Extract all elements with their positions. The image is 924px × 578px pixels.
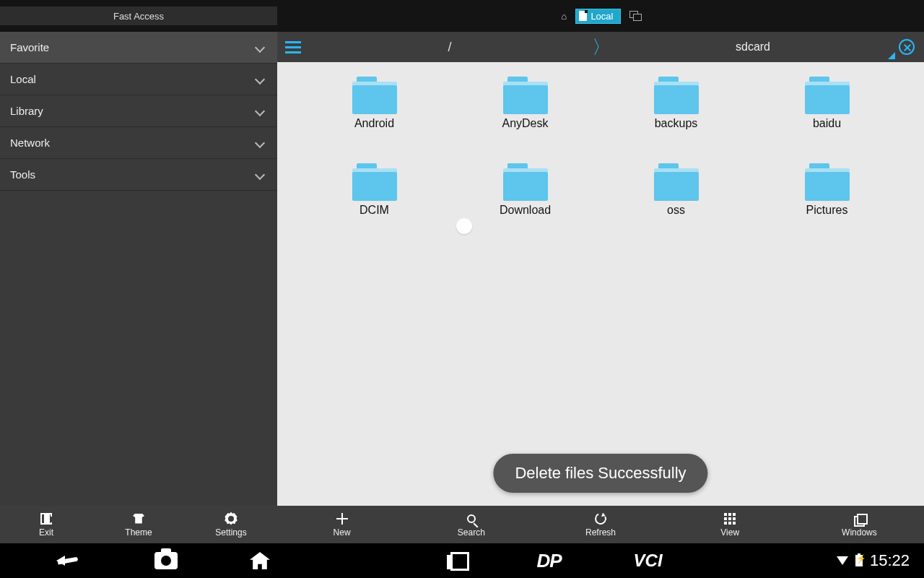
sidebar-item-library[interactable]: Library — [0, 95, 277, 127]
toolbar-label: View — [720, 527, 739, 538]
breadcrumb-root[interactable]: / — [309, 40, 590, 55]
gear-icon — [225, 512, 237, 525]
folder-item[interactable]: baidu — [751, 74, 902, 160]
camera-button[interactable] — [154, 552, 178, 569]
path-bar: / 〉 sdcard — [277, 32, 924, 62]
refresh-button[interactable]: Refresh — [536, 506, 665, 543]
clock: 15:22 — [870, 551, 910, 570]
folder-icon — [352, 77, 397, 113]
sidebar-item-label: Tools — [10, 168, 35, 181]
back-button[interactable] — [58, 553, 82, 569]
home-button[interactable] — [250, 552, 270, 569]
close-tab-button[interactable] — [894, 34, 920, 60]
home-icon[interactable]: ⌂ — [562, 11, 567, 22]
folder-item[interactable]: Download — [450, 160, 601, 247]
chevron-down-icon — [254, 105, 267, 118]
breadcrumb-separator: 〉 — [590, 35, 612, 60]
search-button[interactable]: Search — [406, 506, 536, 543]
toolbar-label: Search — [458, 527, 485, 538]
folder-item[interactable]: oss — [601, 160, 751, 247]
sidebar-topbar: Fast Access — [0, 0, 277, 32]
chevron-down-icon — [254, 73, 267, 86]
chevron-down-icon — [254, 41, 267, 54]
resize-corner-icon[interactable] — [888, 52, 895, 59]
hamburger-button[interactable] — [277, 32, 309, 62]
folder-label: Android — [354, 117, 394, 130]
breadcrumb-current[interactable]: sdcard — [612, 40, 894, 53]
theme-button[interactable]: Theme — [92, 506, 185, 543]
sidebar-item-label: Network — [10, 137, 50, 149]
tab-local[interactable]: Local — [575, 9, 621, 24]
folder-item[interactable]: DCIM — [299, 160, 450, 247]
dp-logo-icon[interactable]: DP — [536, 550, 561, 572]
toolbar-label: Settings — [215, 527, 246, 538]
sidebar-item-label: Favorite — [10, 41, 49, 53]
sidebar: Fast Access Favorite Local Library Netwo… — [0, 0, 277, 506]
folder-label: Pictures — [806, 204, 848, 217]
view-button[interactable]: View — [666, 506, 795, 543]
folder-item[interactable]: AnyDesk — [450, 74, 601, 160]
folder-label: backups — [655, 117, 698, 130]
folder-icon — [503, 77, 548, 113]
tab-label: Local — [590, 11, 613, 22]
sidebar-item-favorite[interactable]: Favorite — [0, 32, 277, 64]
sidebar-item-network[interactable]: Network — [0, 127, 277, 159]
system-navbar: DP VCI 15:22 — [0, 543, 924, 578]
settings-button[interactable]: Settings — [185, 506, 277, 543]
folder-icon — [352, 163, 397, 199]
folder-label: Download — [500, 204, 551, 217]
app-toolbar: Exit Theme Settings New Search Refr — [0, 506, 924, 543]
refresh-icon — [593, 511, 609, 526]
toolbar-label: Refresh — [585, 527, 616, 538]
folder-icon — [805, 163, 850, 199]
folder-label: DCIM — [359, 204, 389, 217]
files-grid: Android AnyDesk backups baidu DCIM — [277, 62, 924, 506]
folder-icon — [805, 77, 850, 113]
main-panel: ⌂ Local / 〉 sdcard Android — [277, 0, 924, 506]
theme-icon — [133, 514, 144, 524]
exit-button[interactable]: Exit — [0, 506, 92, 543]
toolbar-label: New — [334, 527, 351, 538]
folder-item[interactable]: Pictures — [751, 160, 902, 247]
windows-button[interactable]: Windows — [795, 506, 924, 543]
vci-logo-icon[interactable]: VCI — [634, 551, 663, 571]
loading-indicator — [456, 218, 472, 234]
folder-item[interactable]: Android — [299, 74, 450, 160]
folder-icon — [503, 163, 548, 199]
fast-access-header: Fast Access — [0, 7, 277, 25]
windows-icon — [854, 514, 864, 524]
toolbar-label: Theme — [125, 527, 152, 538]
tab-strip: ⌂ Local — [277, 0, 924, 32]
sdcard-icon — [579, 11, 587, 21]
chevron-down-icon — [254, 137, 267, 150]
folder-icon — [654, 77, 699, 113]
folder-label: AnyDesk — [502, 117, 548, 130]
sidebar-item-label: Local — [10, 73, 36, 85]
battery-charging-icon — [855, 555, 863, 566]
devices-icon[interactable] — [629, 11, 640, 21]
toolbar-label: Exit — [39, 527, 53, 538]
exit-icon — [40, 513, 52, 525]
grid-icon — [724, 513, 736, 525]
plus-icon — [336, 513, 348, 525]
sidebar-item-local[interactable]: Local — [0, 64, 277, 95]
folder-icon — [654, 163, 699, 199]
close-icon — [899, 39, 915, 55]
search-icon — [467, 514, 476, 523]
new-button[interactable]: New — [277, 506, 406, 543]
folder-label: oss — [667, 204, 685, 217]
sidebar-item-label: Library — [10, 105, 43, 117]
wifi-icon — [837, 556, 848, 565]
toolbar-label: Windows — [842, 527, 877, 538]
sidebar-list: Favorite Local Library Network Tools — [0, 32, 277, 506]
toast-message: Delete files Successfully — [493, 454, 707, 493]
recent-apps-button[interactable] — [447, 552, 464, 569]
folder-item[interactable]: backups — [601, 74, 751, 160]
folder-label: baidu — [813, 117, 841, 130]
sidebar-item-tools[interactable]: Tools — [0, 159, 277, 191]
chevron-down-icon — [254, 168, 267, 181]
